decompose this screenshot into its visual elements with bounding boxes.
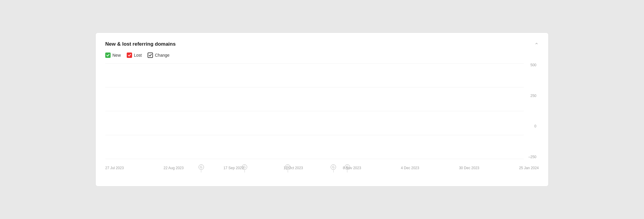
x-axis-wrapper: G G G G G 27 Jul 2023 22 Aug 2023	[105, 165, 539, 179]
chart-area: 500 250 0 –250 G G G G	[105, 63, 539, 179]
legend-label-new: New	[112, 53, 121, 58]
chart-card: New & lost referring domains ⌃ New Lost …	[95, 33, 549, 186]
x-axis: 27 Jul 2023 22 Aug 2023 17 Sep 2023 13 O…	[105, 165, 539, 170]
x-label-2: 22 Aug 2023	[164, 166, 184, 170]
card-title: New & lost referring domains	[105, 41, 176, 47]
chart-container: 500 250 0 –250	[105, 63, 539, 165]
g-line-5	[347, 170, 347, 172]
legend-item-new[interactable]: New	[105, 53, 121, 58]
chart-canvas	[105, 63, 524, 159]
legend-checkbox-change	[148, 53, 153, 58]
x-label-4: 13 Oct 2023	[284, 166, 303, 170]
y-label-neg250: –250	[524, 155, 539, 159]
legend-label-change: Change	[155, 53, 169, 58]
x-label-6: 4 Dec 2023	[401, 166, 419, 170]
y-label-500: 500	[524, 63, 539, 67]
collapse-icon[interactable]: ⌃	[534, 42, 539, 48]
legend-label-lost: Lost	[134, 53, 142, 58]
legend-item-change[interactable]: Change	[148, 53, 169, 58]
y-axis: 500 250 0 –250	[524, 63, 539, 165]
legend-checkbox-lost	[127, 53, 132, 58]
chart-inner	[105, 63, 524, 165]
legend-item-lost[interactable]: Lost	[127, 53, 142, 58]
g-line-4	[333, 170, 334, 172]
y-label-250: 250	[524, 94, 539, 98]
g-line-1	[201, 170, 201, 172]
card-header: New & lost referring domains ⌃	[105, 41, 539, 48]
y-label-0: 0	[524, 124, 539, 128]
x-label-5: 8 Nov 2023	[343, 166, 361, 170]
legend-checkbox-new	[105, 53, 111, 58]
legend: New Lost Change	[105, 53, 539, 58]
g-line-2	[244, 170, 245, 172]
x-label-8: 25 Jan 2024	[519, 166, 539, 170]
g-line-3	[288, 170, 288, 172]
x-label-3: 17 Sep 2023	[223, 166, 244, 170]
x-label-1: 27 Jul 2023	[105, 166, 124, 170]
x-label-7: 30 Dec 2023	[459, 166, 479, 170]
